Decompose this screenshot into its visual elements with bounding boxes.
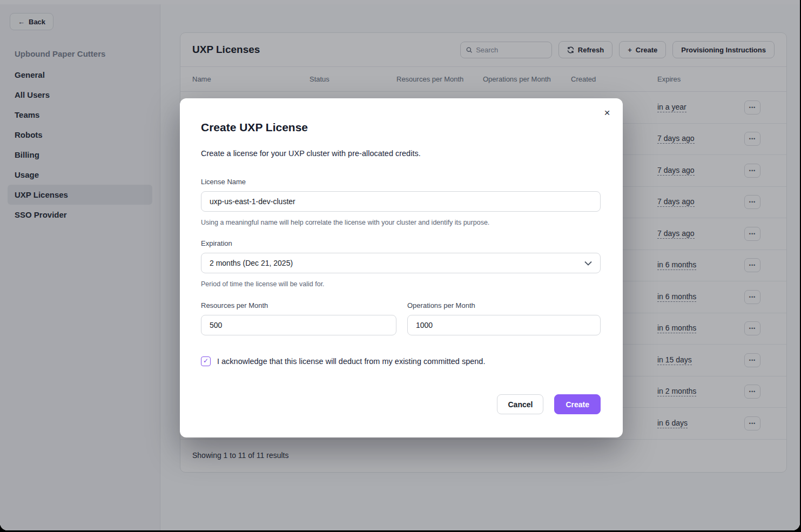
expiration-select[interactable]: 2 months (Dec 21, 2025) (201, 253, 601, 273)
operations-per-month-input[interactable] (407, 315, 601, 335)
cancel-button[interactable]: Cancel (497, 394, 543, 414)
acknowledge-checkbox[interactable]: ✓ (201, 356, 211, 366)
create-submit-button[interactable]: Create (554, 394, 601, 414)
app-window: ← Back Upbound Paper Cutters General All… (0, 0, 800, 530)
resources-per-month-input[interactable] (201, 315, 396, 335)
expiration-value: 2 months (Dec 21, 2025) (210, 259, 293, 267)
acknowledge-row: ✓ I acknowledge that this license will d… (201, 356, 485, 366)
license-name-input[interactable] (201, 191, 601, 212)
license-name-help: Using a meaningful name will help correl… (201, 219, 489, 226)
license-name-label: License Name (201, 178, 246, 186)
operations-per-month-label: Operations per Month (407, 301, 475, 309)
modal-actions: Cancel Create (497, 394, 601, 414)
create-uxp-license-modal: × Create UXP License Create a license fo… (180, 98, 623, 437)
close-icon[interactable]: × (600, 106, 614, 120)
modal-description: Create a license for your UXP cluster wi… (201, 149, 421, 158)
modal-title: Create UXP License (201, 121, 308, 134)
check-icon: ✓ (203, 357, 208, 365)
resources-per-month-label: Resources per Month (201, 301, 268, 309)
chevron-down-icon (584, 261, 592, 266)
expiration-label: Expiration (201, 239, 232, 247)
acknowledge-label: I acknowledge that this license will ded… (217, 357, 485, 366)
expiration-help: Period of time the license will be valid… (201, 280, 325, 288)
